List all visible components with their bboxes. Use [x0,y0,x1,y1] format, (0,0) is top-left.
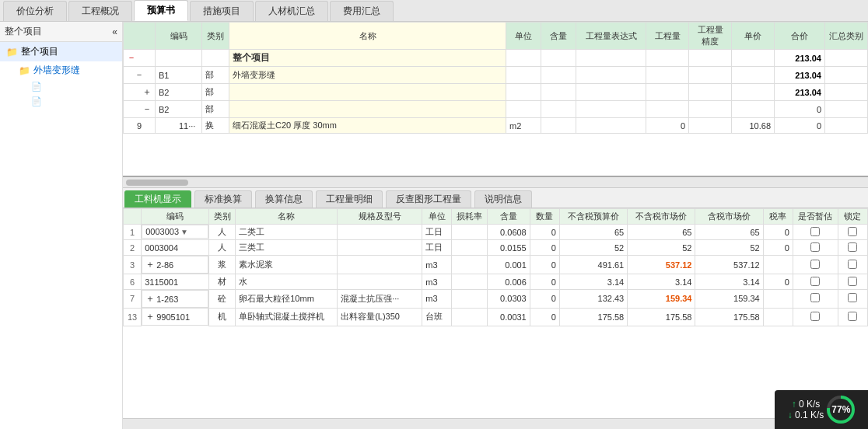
tab-reverse-lookup[interactable]: 反查图形工程量 [386,190,471,208]
tax-exc-budget: 52 [559,240,627,256]
lower-area: 工料机显示 标准换算 换算信息 工程量明细 反查图形工程量 说明信息 编码 类别… [123,188,868,429]
lower-h-scrollbar[interactable] [123,418,868,429]
speed2: 0.1 K/s [795,410,824,420]
minus-icon[interactable]: － [127,52,136,63]
is-temp-checkbox[interactable] [810,227,820,236]
tab-conversion-info[interactable]: 换算信息 [255,190,313,208]
scrollbar-thumb[interactable] [126,180,188,186]
download-speed: ↓ 0.1 K/s [788,410,824,420]
locked-checkbox[interactable] [848,312,857,321]
is-temp-checkbox[interactable] [810,277,820,286]
locked[interactable] [838,308,867,326]
locked-checkbox[interactable] [848,227,857,236]
tax-exc-market: 3.14 [628,274,695,290]
sidebar-collapse-button[interactable]: « [112,26,117,37]
expr-cell [576,50,646,67]
lower-content: 0.0155 [488,240,530,256]
count: 0 [530,240,559,256]
tab-description[interactable]: 说明信息 [474,190,532,208]
locked[interactable] [838,225,867,240]
tab-budget[interactable]: 预算书 [134,0,188,21]
minus-icon[interactable]: － [127,69,144,80]
locked[interactable] [838,290,867,309]
locked[interactable] [838,274,867,290]
loss-rate [452,308,488,326]
lower-table-row: 7 ＋ 1-263 砼 卵石最大粒径10mm 混凝土抗压强··· m3 0.03… [124,290,868,309]
expr-cell [576,101,646,118]
is-temp[interactable] [793,290,838,309]
col-header-expr: 工程量表达式 [576,23,646,50]
spec: 出料容量(L)350 [338,308,422,326]
dropdown-arrow[interactable]: ▼ [180,228,188,236]
total-cell: 0 [775,101,825,118]
count: 0 [530,274,559,290]
is-temp[interactable] [793,274,838,290]
lower-type: 人 [209,225,236,240]
tab-price-analysis[interactable]: 价位分析 [3,1,67,21]
sidebar-item-outer-wall[interactable]: 📁 外墙变形缝 [12,61,122,79]
lower-tabs: 工料机显示 标准换算 换算信息 工程量明细 反查图形工程量 说明信息 [123,188,868,208]
spec: 混凝土抗压强··· [338,290,422,309]
tax-inc-market: 65 [695,225,763,240]
plus-icon[interactable]: ＋ [127,86,152,97]
unit-price-cell [732,84,775,101]
total-cell: 213.04 [775,84,825,101]
spec [338,225,422,240]
upper-h-scrollbar[interactable] [123,177,868,188]
locked[interactable] [838,256,867,274]
col-header-unit-price: 单价 [732,23,775,50]
loss-rate [452,274,488,290]
plus-icon-code3[interactable]: ＋ [145,310,155,323]
tax-exc-market: 65 [628,225,695,240]
unit-cell [506,84,541,101]
lower-table-row: 1 0003003 ▼ 人 二类工 工日 0.0608 0 65 65 65 [124,225,868,240]
locked-checkbox[interactable] [848,277,857,286]
sidebar-doc-item-2[interactable]: 📄 [25,94,122,109]
expand-cell[interactable]: － [124,101,156,118]
is-temp-checkbox[interactable] [810,242,820,252]
tab-measures[interactable]: 措施项目 [190,1,254,21]
is-temp-checkbox[interactable] [810,293,820,302]
locked[interactable] [838,240,867,256]
locked-checkbox[interactable] [848,242,857,252]
table-row: － 整个项目 213.04 [124,50,868,67]
content-cell [541,50,576,67]
sidebar-item-whole-project[interactable]: 📁 整个项目 [0,42,122,61]
is-temp-checkbox[interactable] [810,312,820,321]
precision-cell [689,84,732,101]
tab-labor-summary[interactable]: 人材机汇总 [255,1,328,21]
tax-exc-market: 159.34 [628,290,695,309]
locked-checkbox[interactable] [848,293,857,302]
lower-name: 水 [236,274,338,290]
tax-inc-market: 537.12 [695,256,763,274]
col-header-total: 合价 [775,23,825,50]
lower-type: 人 [209,240,236,256]
minus-icon[interactable]: － [127,103,152,114]
sidebar-doc-item-1[interactable]: 📄 [25,79,122,94]
tab-cost-summary[interactable]: 费用汇总 [330,1,394,21]
plus-icon-code[interactable]: ＋ [145,258,155,271]
is-temp[interactable] [793,225,838,240]
plus-icon-code2[interactable]: ＋ [145,292,155,305]
lower-name: 素水泥浆 [236,256,338,274]
sidebar: 整个项目 « 📁 整个项目 📁 外墙变形缝 📄 📄 [0,22,123,429]
expand-cell[interactable]: － [124,67,156,84]
tab-project-overview[interactable]: 工程概况 [68,1,132,21]
col-header-rownum [124,209,142,225]
tab-qty-detail[interactable]: 工程量明细 [316,190,383,208]
locked-checkbox[interactable] [848,260,857,269]
summary-type-cell [825,67,868,84]
upload-speed: ↑ 0 K/s [788,399,824,410]
unit-price-cell: 10.68 [732,118,775,134]
tax-exc-budget: 65 [559,225,627,240]
is-temp[interactable] [793,256,838,274]
speed1: 0 K/s [799,399,820,410]
tab-labor-machine-display[interactable]: 工料机显示 [124,190,191,208]
is-temp-checkbox[interactable] [810,260,820,269]
upper-table-area: 编码 类别 名称 单位 含量 工程量表达式 工程量 工程量精度 单价 合价 汇总… [123,22,868,177]
tab-standard-conversion[interactable]: 标准换算 [194,190,252,208]
is-temp[interactable] [793,308,838,326]
is-temp[interactable] [793,240,838,256]
expand-cell[interactable]: ＋ [124,84,156,101]
expand-cell[interactable]: － [124,50,156,67]
